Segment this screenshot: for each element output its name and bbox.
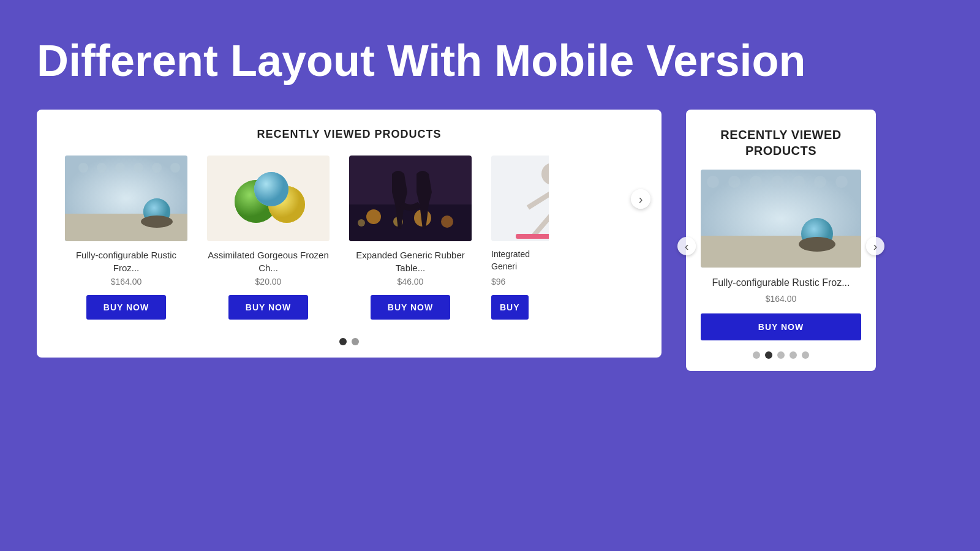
buy-now-button-1[interactable]: BUY NOW <box>86 295 166 320</box>
product-image-2 <box>207 156 330 241</box>
svg-point-45 <box>799 237 835 252</box>
mobile-buy-button[interactable]: BUY NOW <box>701 313 861 340</box>
mobile-carousel-dots <box>701 351 861 359</box>
product-price-2: $20.00 <box>255 277 282 287</box>
desktop-carousel-dots <box>55 338 643 345</box>
svg-point-38 <box>750 176 762 188</box>
svg-rect-43 <box>701 236 861 268</box>
svg-point-36 <box>707 176 719 188</box>
product-card-1: Fully-configurable Rustic Froz... $164.0… <box>55 156 197 326</box>
product-card-3: Expanded Generic Rubber Table... $46.00 … <box>339 156 481 326</box>
mobile-dot-1[interactable] <box>753 351 760 359</box>
buy-now-button-2[interactable]: BUY NOW <box>228 295 308 320</box>
products-row: Fully-configurable Rustic Froz... $164.0… <box>55 156 643 326</box>
product-price-1: $164.00 <box>111 277 142 287</box>
product-name-1: Fully-configurable Rustic Froz... <box>65 249 187 274</box>
mobile-product-price: $164.00 <box>701 294 861 304</box>
mobile-dot-2[interactable] <box>765 351 772 359</box>
svg-point-40 <box>793 176 805 188</box>
svg-point-25 <box>358 219 365 227</box>
mobile-product-name: Fully-configurable Rustic Froz... <box>701 276 861 290</box>
svg-point-6 <box>152 163 162 173</box>
desktop-carousel: RECENTLY VIEWED PRODUCTS <box>37 110 662 358</box>
desktop-carousel-title: RECENTLY VIEWED PRODUCTS <box>55 128 643 141</box>
product-image-4-partial <box>491 156 549 241</box>
svg-point-4 <box>115 163 125 173</box>
mobile-dot-5[interactable] <box>802 351 809 359</box>
product-price-3: $46.00 <box>398 277 424 287</box>
svg-point-24 <box>441 216 453 228</box>
product-price-4: $96 <box>491 277 505 287</box>
product-card-4-partial: Integrated Generi $96 BUY <box>481 156 549 326</box>
svg-point-39 <box>771 176 783 188</box>
product-image-3 <box>349 156 472 241</box>
main-content: RECENTLY VIEWED PRODUCTS <box>0 110 980 370</box>
svg-point-41 <box>814 176 826 188</box>
mobile-next-arrow[interactable]: › <box>866 237 884 255</box>
svg-point-18 <box>254 172 288 206</box>
product-name-3: Expanded Generic Rubber Table... <box>349 249 472 274</box>
carousel-next-arrow[interactable]: › <box>631 189 650 209</box>
desktop-dot-1[interactable] <box>339 338 347 345</box>
mobile-carousel: RECENTLY VIEWED PRODUCTS <box>686 110 876 370</box>
mobile-dot-3[interactable] <box>777 351 785 359</box>
desktop-dot-2[interactable] <box>352 338 359 345</box>
mobile-product-image <box>701 170 861 268</box>
svg-point-11 <box>141 216 173 228</box>
svg-point-3 <box>97 163 107 173</box>
product-name-2: Assimilated Gorgeous Frozen Ch... <box>207 249 330 274</box>
product-image-1 <box>65 156 187 241</box>
mobile-dot-4[interactable] <box>790 351 797 359</box>
svg-point-5 <box>134 163 143 173</box>
svg-point-42 <box>835 176 848 188</box>
mobile-carousel-title: RECENTLY VIEWED PRODUCTS <box>701 127 861 159</box>
page-title: Different Layout With Mobile Version <box>0 0 980 110</box>
svg-point-2 <box>78 163 88 173</box>
svg-point-7 <box>170 163 180 173</box>
svg-rect-33 <box>516 234 549 239</box>
product-name-4: Integrated Generi <box>491 249 549 274</box>
svg-point-21 <box>366 209 381 224</box>
buy-now-button-3[interactable]: BUY NOW <box>371 295 450 320</box>
product-card-2: Assimilated Gorgeous Frozen Ch... $20.00… <box>197 156 339 326</box>
mobile-prev-arrow[interactable]: ‹ <box>677 237 696 255</box>
products-wrapper: Fully-configurable Rustic Froz... $164.0… <box>55 156 643 326</box>
svg-point-37 <box>728 176 741 188</box>
buy-now-button-4[interactable]: BUY <box>491 295 529 320</box>
